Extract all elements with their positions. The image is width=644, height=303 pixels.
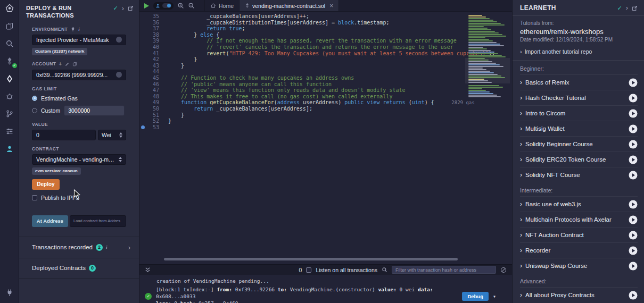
transactions-recorded-row[interactable]: Transactions recorded 2 i › bbox=[19, 237, 139, 258]
value-unit-select[interactable]: Wei bbox=[98, 130, 126, 140]
line-number[interactable]: 47 bbox=[139, 87, 164, 94]
tutorial-item[interactable]: ›Hash Checker Tutorial bbox=[520, 90, 638, 105]
import-tutorial-link[interactable]: › Import another tutorial repo bbox=[520, 48, 638, 55]
remix-logo[interactable] bbox=[4, 3, 15, 14]
horizontal-scrollbar[interactable] bbox=[164, 258, 461, 260]
line-number[interactable]: 44 bbox=[139, 69, 164, 75]
line-number[interactable]: 42 bbox=[139, 56, 164, 63]
code-line[interactable]: // 'public' means anyone can call this f… bbox=[168, 81, 512, 88]
code-line[interactable]: // If not enough time has passed, revert… bbox=[168, 38, 512, 44]
ai-copilot-toggle[interactable] bbox=[153, 2, 174, 10]
tutorial-item[interactable]: ›Solidity Beginner Course bbox=[520, 136, 638, 152]
line-number[interactable]: 52 bbox=[139, 118, 164, 124]
tutorial-item[interactable]: ›Intro to Circom bbox=[520, 105, 638, 121]
play-tutorial-button[interactable] bbox=[629, 78, 638, 87]
unit-stepper-icon[interactable] bbox=[119, 132, 122, 138]
tab-home[interactable]: Home bbox=[204, 0, 240, 11]
sign-message-icon[interactable] bbox=[65, 62, 70, 66]
line-number[interactable]: 53 bbox=[139, 124, 164, 131]
line-number[interactable]: 41 bbox=[139, 50, 164, 57]
debugger-icon[interactable] bbox=[4, 90, 15, 102]
code-line[interactable]: } bbox=[168, 56, 512, 63]
code-line[interactable]: _cupcakeBalances[userAddress]++; bbox=[168, 13, 512, 20]
run-script-icon[interactable] bbox=[144, 3, 150, 9]
play-tutorial-button[interactable] bbox=[629, 215, 638, 224]
tutorial-item[interactable]: ›Basics of Remix bbox=[520, 74, 638, 90]
copilot-switch[interactable] bbox=[162, 3, 171, 8]
tutorial-item[interactable]: ›Recorder bbox=[520, 242, 638, 258]
line-number[interactable]: 45 bbox=[139, 75, 164, 81]
custom-gas-input[interactable] bbox=[64, 105, 125, 116]
info-icon[interactable]: i bbox=[78, 27, 80, 32]
play-tutorial-button[interactable] bbox=[629, 291, 638, 300]
code-line[interactable]: revert("HTTP 429: Too Many Cupcakes (you… bbox=[168, 50, 512, 57]
line-number[interactable]: 38 bbox=[139, 32, 164, 38]
tx-expand-icon[interactable]: ▾ bbox=[493, 293, 496, 300]
code-line[interactable]: // Function to check how many cupcakes a… bbox=[168, 75, 512, 81]
account-avatar-icon[interactable] bbox=[116, 72, 122, 78]
deployed-contracts-row[interactable]: Deployed Contracts 0 bbox=[19, 258, 139, 279]
estimated-gas-radio[interactable] bbox=[32, 96, 37, 101]
play-tutorial-button[interactable] bbox=[629, 124, 638, 133]
learneth-popout-icon[interactable] bbox=[632, 5, 638, 11]
popout-icon[interactable] bbox=[128, 5, 134, 11]
file-explorer-icon[interactable] bbox=[4, 20, 15, 32]
line-number[interactable]: 51 bbox=[139, 112, 164, 119]
play-tutorial-button[interactable] bbox=[629, 200, 638, 209]
terminal[interactable]: creation of VendingMachine pending... ✓ … bbox=[139, 275, 512, 303]
plugin-settings-icon[interactable] bbox=[4, 125, 15, 137]
play-tutorial-button[interactable] bbox=[629, 231, 638, 240]
tutorial-item[interactable]: ›NFT Auction Contract bbox=[520, 227, 638, 242]
code-line[interactable]: // 'view' means this function only reads… bbox=[168, 87, 512, 94]
account-select[interactable]: 0xf39...92266 (9999.99929... bbox=[32, 70, 126, 80]
deploy-button[interactable]: Deploy bbox=[32, 179, 60, 190]
code-line[interactable] bbox=[168, 69, 512, 75]
contract-select[interactable]: VendingMachine - vending-machin bbox=[32, 154, 126, 165]
contract-stepper-icon[interactable] bbox=[119, 157, 122, 162]
deploy-run-icon[interactable] bbox=[4, 73, 15, 85]
line-number[interactable]: 50 bbox=[139, 106, 164, 112]
listen-checkbox[interactable] bbox=[306, 267, 311, 273]
add-account-icon[interactable]: + bbox=[59, 61, 62, 67]
line-number[interactable]: 39 bbox=[139, 38, 164, 44]
plugin-manager-icon[interactable] bbox=[4, 287, 15, 299]
at-address-button[interactable]: At Address bbox=[32, 215, 68, 227]
tutorial-item[interactable]: ›Uniswap Swap Course bbox=[520, 258, 638, 273]
code-line[interactable]: } else { bbox=[168, 32, 512, 38]
code-line[interactable]: } bbox=[168, 112, 512, 119]
transaction-log-row[interactable]: ✓ [block:1 txIndex:-] from: 0xf39...9226… bbox=[145, 286, 507, 303]
play-tutorial-button[interactable] bbox=[629, 262, 638, 271]
code-line[interactable]: // This makes it free to call (no gas co… bbox=[168, 94, 512, 100]
expand-terminal-icon[interactable] bbox=[145, 267, 151, 273]
publish-ipfs-checkbox[interactable] bbox=[32, 195, 37, 200]
play-tutorial-button[interactable] bbox=[629, 171, 638, 180]
line-number[interactable]: 49 bbox=[139, 99, 164, 106]
line-number[interactable]: 43 bbox=[139, 63, 164, 69]
code-lines[interactable]: _cupcakeBalances[userAddress]++; _cupcak… bbox=[164, 12, 512, 264]
code-line[interactable]: } bbox=[168, 63, 512, 69]
learneth-person-icon[interactable] bbox=[4, 143, 15, 155]
tutorial-item[interactable]: ›All about Proxy Contracts bbox=[520, 287, 638, 302]
close-tab-icon[interactable]: × bbox=[329, 2, 333, 10]
code-editor[interactable]: 35363738394041424344454647484950515253 _… bbox=[139, 12, 512, 264]
minimap[interactable] bbox=[465, 15, 510, 99]
play-tutorial-button[interactable] bbox=[629, 140, 638, 149]
transactions-info-icon[interactable]: i bbox=[106, 245, 108, 250]
value-input[interactable] bbox=[32, 130, 96, 140]
tutorial-item[interactable]: ›Multichain Protocols with Axelar bbox=[520, 212, 638, 227]
breakpoint-dot[interactable] bbox=[141, 125, 145, 129]
line-number[interactable]: 46 bbox=[139, 81, 164, 88]
line-number[interactable]: 36 bbox=[139, 20, 164, 26]
code-line[interactable] bbox=[168, 124, 512, 131]
debug-button[interactable]: Debug bbox=[462, 292, 489, 301]
transactions-expand-icon[interactable]: › bbox=[128, 243, 130, 251]
at-address-input[interactable] bbox=[70, 215, 126, 227]
zoom-in-icon[interactable] bbox=[177, 2, 184, 9]
line-number[interactable]: 35 bbox=[139, 13, 164, 20]
code-line[interactable]: return _cupcakeBalances[userAddress]; bbox=[168, 106, 512, 112]
line-numbers[interactable]: 35363738394041424344454647484950515253 bbox=[139, 12, 164, 264]
code-line[interactable]: function getCupcakeBalanceFor(address us… bbox=[168, 99, 512, 106]
code-line[interactable]: _cupcakeDistributionTimes[userAddress] =… bbox=[168, 20, 512, 26]
environment-provider-icon[interactable] bbox=[116, 37, 122, 43]
code-line[interactable]: } bbox=[168, 118, 512, 124]
